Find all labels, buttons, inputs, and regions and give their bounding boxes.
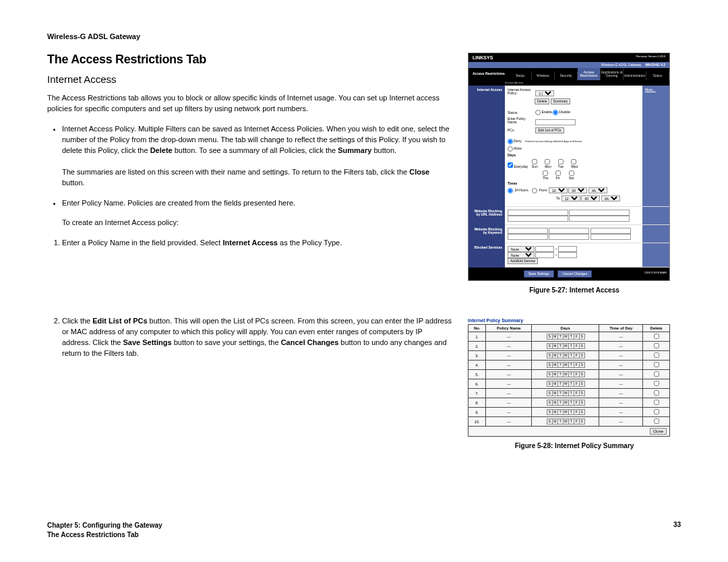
status-disable-radio[interactable] — [553, 110, 558, 115]
policy-summary-table: No. Policy Name Days Time of Day Delete … — [468, 324, 670, 437]
svc-select-2[interactable]: None — [508, 252, 535, 258]
side-label-blocked-services: Blocked Services — [468, 243, 505, 268]
delete-row-checkbox[interactable] — [654, 381, 659, 386]
policy-name-input[interactable] — [535, 119, 576, 125]
intro-paragraph: The Access Restrictions tab allows you t… — [47, 93, 452, 115]
table-row: 3.---SMTWTFS--- — [468, 351, 670, 361]
url-block-3[interactable] — [508, 216, 568, 222]
policy-number-select[interactable]: 1 ( ) — [535, 90, 554, 96]
figure-column: LINKSYS Firmware Version 1.00.0 Wireless… — [468, 53, 681, 462]
time-from-hr[interactable]: 12 — [549, 187, 568, 193]
kw-1[interactable] — [508, 228, 548, 234]
delete-row-checkbox[interactable] — [654, 418, 659, 424]
tab-status[interactable]: Status — [646, 71, 669, 80]
table-row: 6.---SMTWTFS--- — [468, 379, 670, 389]
step-1: Enter a Policy Name in the field provide… — [62, 238, 452, 249]
delete-row-checkbox[interactable] — [654, 362, 659, 367]
delete-row-checkbox[interactable] — [654, 334, 659, 339]
tab-applications-gaming[interactable]: Applications & Gaming — [601, 68, 624, 80]
delete-row-checkbox[interactable] — [654, 343, 659, 348]
table-row: 2.---SMTWTFS--- — [468, 342, 670, 351]
day-fri-checkbox[interactable] — [555, 170, 561, 176]
delete-row-checkbox[interactable] — [654, 409, 659, 414]
time-24h-radio[interactable] — [508, 188, 513, 193]
save-settings-button[interactable]: Save Settings — [524, 270, 554, 278]
everyday-checkbox[interactable] — [508, 162, 513, 168]
tab-section-label: Access Restrictions — [468, 68, 509, 80]
close-button[interactable]: Close — [650, 428, 667, 435]
product-header: Wireless-G ADSL Gateway — [47, 32, 681, 40]
table-row: 9.---SMTWTFS--- — [468, 408, 670, 417]
table-row: 4.---SMTWTFS--- — [468, 361, 670, 370]
subsection-title: Internet Access — [47, 73, 452, 85]
tab-security[interactable]: Security — [555, 71, 578, 80]
url-block-4[interactable] — [569, 216, 630, 222]
kw-6[interactable] — [590, 234, 631, 240]
day-thu-checkbox[interactable] — [543, 170, 548, 176]
footer-left: Chapter 5: Configuring the Gateway The A… — [47, 521, 162, 539]
tab-wireless[interactable]: Wireless — [532, 71, 555, 80]
summary-title: Internet Policy Summary — [468, 318, 670, 323]
table-row: 5.---SMTWTFS--- — [468, 370, 670, 379]
edit-list-of-pcs-button[interactable]: Edit List of PCs — [535, 127, 564, 133]
table-row: 10.---SMTWTFS--- — [468, 417, 670, 427]
help-panel: More... — [642, 86, 669, 207]
day-sun-checkbox[interactable] — [532, 159, 537, 164]
side-label-blocking-url: Website Blocking by URL Address — [468, 207, 505, 225]
day-mon-checkbox[interactable] — [545, 159, 550, 164]
kw-3[interactable] — [590, 228, 631, 234]
side-label-blocking-keyword: Website Blocking by Keyword — [468, 225, 505, 243]
table-row: 1.---SMTWTFS--- — [468, 332, 670, 342]
svc-port-b1[interactable] — [535, 252, 554, 258]
delete-button[interactable]: Delete — [535, 98, 549, 104]
section-title: The Access Restrictions Tab — [47, 53, 452, 67]
bullet-enter-policy-name: Enter Policy Name. Policies are created … — [62, 198, 452, 209]
figure-5-28-screenshot: Internet Policy Summary No. Policy Name … — [468, 318, 670, 437]
delete-row-checkbox[interactable] — [654, 352, 659, 358]
url-block-1[interactable] — [508, 210, 568, 216]
table-row: 8.---SMTWTFS--- — [468, 398, 670, 408]
time-to-ampm[interactable]: AM — [601, 195, 620, 201]
table-row: 7.---SMTWTFS--- — [468, 389, 670, 398]
linksys-brand: LINKSYS — [473, 55, 493, 60]
tab-access-restrictions[interactable]: Access Restrictions — [578, 68, 601, 80]
delete-row-checkbox[interactable] — [654, 400, 659, 405]
summary-button[interactable]: Summary — [551, 98, 570, 104]
time-to-min[interactable]: 00 — [581, 195, 600, 201]
day-tue-checkbox[interactable] — [558, 159, 564, 164]
cisco-logo: CISCO SYSTEMS — [644, 270, 667, 274]
side-label-internet-access: Internet Access — [468, 86, 505, 207]
svc-port-b2[interactable] — [558, 252, 577, 258]
allow-radio[interactable] — [508, 146, 513, 152]
figure-5-27-screenshot: LINKSYS Firmware Version 1.00.0 Wireless… — [468, 53, 670, 281]
kw-4[interactable] — [508, 234, 548, 240]
time-from-ampm[interactable]: AM — [588, 187, 607, 193]
cancel-changes-button[interactable]: Cancel Changes — [557, 270, 592, 278]
time-from-radio[interactable] — [532, 188, 537, 193]
status-enable-radio[interactable] — [535, 110, 541, 115]
time-from-min[interactable]: 00 — [568, 187, 587, 193]
svc-port-a2[interactable] — [558, 246, 577, 252]
tab-administration[interactable]: Administration — [624, 71, 646, 80]
svc-select-1[interactable]: None — [508, 246, 535, 252]
svc-port-a1[interactable] — [535, 246, 554, 252]
tab-setup[interactable]: Setup — [509, 71, 532, 80]
subtab-internet-access[interactable]: Internet Access — [468, 80, 669, 86]
day-sat-checkbox[interactable] — [569, 170, 574, 176]
kw-2[interactable] — [549, 228, 589, 234]
figure-5-27-caption: Figure 5-27: Internet Access — [468, 286, 681, 294]
delete-row-checkbox[interactable] — [654, 371, 659, 377]
bullet-internet-access-policy: Internet Access Policy. Multiple Filters… — [62, 124, 452, 189]
deny-radio[interactable] — [508, 139, 513, 144]
firmware-version: Firmware Version 1.00.0 — [636, 55, 665, 60]
add-edit-service-button[interactable]: Add/Edit Service — [508, 258, 538, 264]
time-to-hr[interactable]: 12 — [562, 195, 580, 201]
kw-5[interactable] — [549, 234, 589, 240]
page-number: 33 — [673, 521, 681, 539]
policy-intro: To create an Internet Access policy: — [62, 218, 452, 228]
main-content-column: The Access Restrictions Tab Internet Acc… — [47, 53, 452, 462]
day-wed-checkbox[interactable] — [571, 159, 576, 164]
url-block-2[interactable] — [569, 210, 630, 216]
step-2: Click the Edit List of PCs button. This … — [62, 316, 452, 359]
delete-row-checkbox[interactable] — [654, 390, 659, 396]
